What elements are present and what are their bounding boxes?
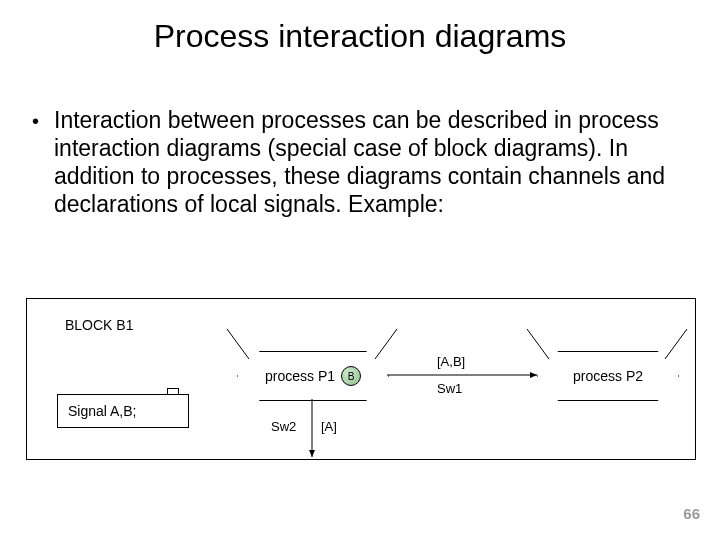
- sw1-channel-label: Sw1: [437, 381, 462, 396]
- sw2-channel-label: Sw2: [271, 419, 296, 434]
- diagram-wires: [27, 299, 695, 459]
- page-number: 66: [683, 505, 700, 522]
- body-text: Interaction between processes can be des…: [32, 106, 672, 218]
- svg-line-4: [527, 329, 549, 359]
- diagram-figure: BLOCK B1 Signal A,B; process P1 B proces…: [26, 298, 696, 460]
- slide: Process interaction diagrams Interaction…: [0, 0, 720, 540]
- svg-line-5: [665, 329, 687, 359]
- sw1-signals-label: [A,B]: [437, 354, 465, 369]
- slide-title: Process interaction diagrams: [0, 18, 720, 55]
- svg-line-2: [227, 329, 249, 359]
- svg-line-3: [375, 329, 397, 359]
- bullet-item: Interaction between processes can be des…: [32, 106, 672, 218]
- bullet-dot-icon: [32, 106, 54, 218]
- sw2-signals-label: [A]: [321, 419, 337, 434]
- bullet-text: Interaction between processes can be des…: [54, 106, 672, 218]
